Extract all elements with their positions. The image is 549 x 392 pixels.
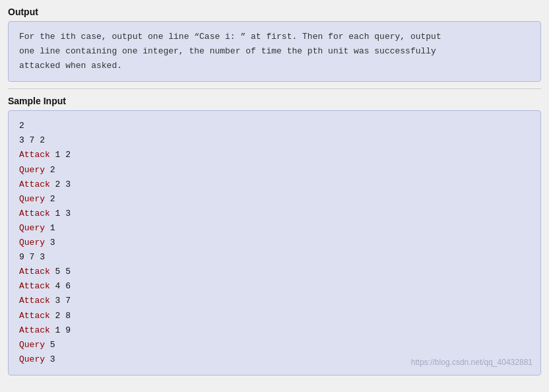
output-line3: attacked when asked. xyxy=(19,61,122,71)
list-item: 3 7 2 xyxy=(19,133,530,148)
list-item: Attack 1 2 xyxy=(19,148,530,162)
output-line1: For the ith case, output one line “Case … xyxy=(19,32,441,42)
list-item: Query 1 xyxy=(19,221,530,236)
sample-input-section: Sample Input 23 7 2Attack 1 2Query 2Atta… xyxy=(0,89,549,382)
list-item: Query 5 xyxy=(19,338,530,352)
list-item: Attack 2 8 xyxy=(19,309,530,323)
attack-keyword: Attack xyxy=(19,180,50,189)
output-section: Output For the ith case, output one line… xyxy=(0,0,549,88)
attack-keyword: Attack xyxy=(19,296,50,306)
output-box: For the ith case, output one line “Case … xyxy=(8,21,541,82)
watermark: https://blog.csdn.net/qq_40432881 xyxy=(411,356,533,369)
query-keyword: Query xyxy=(19,194,45,204)
attack-keyword: Attack xyxy=(19,311,50,321)
attack-keyword: Attack xyxy=(19,267,50,277)
sample-input-box: 23 7 2Attack 1 2Query 2Attack 2 3Query 2… xyxy=(8,110,541,376)
attack-keyword: Attack xyxy=(19,325,50,335)
list-item: Query 2 xyxy=(19,192,530,207)
list-item: Query 3 xyxy=(19,236,530,250)
attack-keyword: Attack xyxy=(19,209,50,218)
output-line2: one line containing one integer, the num… xyxy=(19,46,436,56)
query-keyword: Query xyxy=(19,223,45,233)
list-item: 2 xyxy=(19,119,530,133)
output-title: Output xyxy=(8,7,541,17)
query-keyword: Query xyxy=(19,238,45,247)
query-keyword: Query xyxy=(19,165,45,175)
list-item: Attack 1 9 xyxy=(19,323,530,338)
attack-keyword: Attack xyxy=(19,150,50,160)
code-lines: 23 7 2Attack 1 2Query 2Attack 2 3Query 2… xyxy=(19,119,530,367)
list-item: Attack 3 7 xyxy=(19,294,530,308)
list-item: Query 2 xyxy=(19,163,530,178)
list-item: Attack 4 6 xyxy=(19,279,530,294)
list-item: Attack 2 3 xyxy=(19,178,530,192)
query-keyword: Query xyxy=(19,354,45,364)
list-item: Attack 5 5 xyxy=(19,265,530,279)
query-keyword: Query xyxy=(19,340,45,350)
attack-keyword: Attack xyxy=(19,281,50,291)
list-item: Attack 1 3 xyxy=(19,207,530,221)
sample-input-title: Sample Input xyxy=(8,96,541,106)
list-item: 9 7 3 xyxy=(19,250,530,265)
